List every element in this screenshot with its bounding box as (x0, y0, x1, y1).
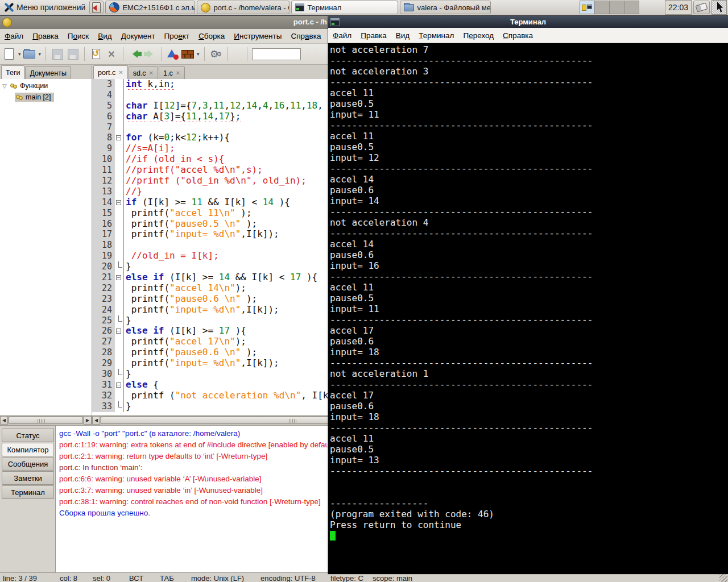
fold-margin[interactable] (115, 132, 124, 143)
status-scope: scope: main (373, 574, 412, 582)
fold-margin[interactable] (115, 326, 124, 336)
menu-item[interactable]: Терминал (414, 31, 458, 40)
task-button-geany[interactable]: port.c - /home/valera - G... (197, 1, 289, 14)
run-button[interactable]: ⚙⚙ (209, 47, 223, 61)
tab-label: Сообщения (8, 460, 48, 468)
scroll-right-arrow[interactable]: ▶ (84, 416, 92, 425)
task-button-filemanager[interactable]: valera - Файловый мен... (400, 1, 491, 14)
menu-item[interactable]: Вид (93, 32, 116, 40)
save-all-button[interactable] (66, 47, 80, 61)
terminal-titlebar[interactable]: Терминал (328, 16, 728, 28)
menu-item[interactable]: Правка (356, 31, 391, 40)
expander-icon[interactable]: ▽ (2, 83, 8, 89)
terminal-line: input= 11 (330, 109, 728, 120)
taskbar: Меню приложений ЕМС2+1516Ф1 с эл.маг... … (0, 0, 728, 16)
status-tab-mode[interactable]: ТАБ (160, 574, 174, 582)
status-insert-mode[interactable]: ВСТ (129, 574, 143, 582)
tag-icon (10, 84, 18, 89)
terminal-line: not acceleration 1 (330, 368, 728, 379)
new-file-button[interactable] (2, 47, 16, 61)
applications-menu-button[interactable]: Меню приложений (1, 1, 88, 14)
menu-item[interactable]: Поиск (63, 32, 93, 40)
close-tab-icon[interactable]: ✕ (118, 69, 123, 76)
task-button-terminal[interactable]: Терминал (291, 1, 398, 14)
menu-item[interactable]: Файл (0, 32, 28, 40)
menu-item[interactable]: Переход (458, 31, 498, 40)
workspace-4[interactable] (624, 1, 639, 14)
sidebar-tab-documents[interactable]: Документы (25, 66, 71, 79)
scroll-left-arrow[interactable]: ◀ (0, 416, 8, 425)
build-dropdown[interactable]: ▾ (197, 51, 200, 57)
fold-margin[interactable] (115, 315, 124, 326)
plugin-button[interactable] (693, 1, 710, 14)
fold-margin[interactable] (115, 272, 124, 283)
open-file-dropdown[interactable]: ▾ (39, 51, 42, 57)
logout-button[interactable] (89, 1, 104, 14)
panel-tab-terminal[interactable]: Терминал (2, 485, 54, 499)
fold-margin[interactable] (115, 380, 124, 390)
line-number: 10 (92, 154, 115, 165)
panel-tab-notes[interactable]: Заметки (2, 471, 54, 485)
menu-item[interactable]: Проект (160, 32, 195, 40)
open-file-button[interactable] (23, 47, 36, 61)
workspace-2[interactable] (595, 1, 610, 14)
fold-margin[interactable] (115, 401, 124, 412)
menu-item[interactable]: Правка (28, 32, 63, 40)
toolbar-search-input[interactable] (252, 48, 301, 60)
workspace-1[interactable] (580, 1, 595, 14)
fold-end-icon (118, 261, 122, 268)
menu-item[interactable]: Справка (286, 32, 325, 40)
navigate-forward-button[interactable] (143, 47, 157, 61)
editor-tab-1c[interactable]: 1.c ✕ (159, 66, 185, 79)
line-number: 15 (92, 208, 115, 219)
fold-margin[interactable] (115, 369, 124, 380)
compile-button[interactable] (167, 48, 179, 60)
terminal-line: pause0.6 (330, 401, 728, 411)
eraser-icon (696, 2, 708, 12)
color-chooser-button[interactable] (233, 49, 242, 59)
close-tab-icon[interactable]: ✕ (176, 70, 180, 76)
menu-item[interactable]: Файл (328, 31, 356, 40)
menu-item[interactable]: Инструменты (229, 32, 286, 40)
workspace-pager[interactable] (580, 1, 639, 14)
fold-margin (115, 240, 124, 251)
resize-grip[interactable] (719, 574, 727, 582)
menu-item[interactable]: Вид (391, 31, 414, 40)
menu-item[interactable]: Документ (117, 32, 160, 40)
workspace-3[interactable] (610, 1, 624, 14)
navigate-back-button[interactable] (128, 47, 142, 61)
editor-tab-sdc[interactable]: sd.c ✕ (129, 66, 158, 79)
line-number: 30 (92, 369, 115, 380)
terminal-line: input= 13 (330, 455, 728, 465)
revert-button[interactable]: ↺ (89, 47, 103, 61)
menu-item[interactable]: Справка (498, 31, 537, 40)
line-number: 16 (92, 219, 115, 230)
tree-item-main[interactable]: main [2] (0, 92, 92, 103)
symbols-tree[interactable]: ▽ Функции main [2] (0, 79, 92, 415)
terminal-line: input= 18 (330, 347, 728, 357)
fold-end-icon (118, 369, 122, 375)
task-button-browser[interactable]: ЕМС2+1516Ф1 с эл.маг... (105, 1, 195, 14)
sidebar-tab-tags[interactable]: Теги (1, 65, 24, 79)
save-button[interactable] (51, 47, 64, 61)
panel-tab-status[interactable]: Статус (2, 429, 54, 442)
terminal-line: pause0.5 (330, 98, 728, 109)
scroll-left-arrow[interactable]: ◀ (92, 416, 100, 425)
terminal-line: not acceleration 4 (330, 217, 728, 228)
menu-item[interactable]: Сборка (194, 32, 229, 40)
panel-tab-compiler[interactable]: Компилятор (2, 443, 54, 456)
sidebar-hscrollbar[interactable]: ◀ ▶ (0, 415, 92, 425)
build-button[interactable] (181, 47, 195, 61)
fold-margin[interactable] (115, 197, 124, 208)
panel-tab-messages[interactable]: Сообщения (2, 457, 54, 471)
close-tab-icon[interactable]: ✕ (149, 70, 154, 76)
fold-margin[interactable] (115, 261, 124, 272)
new-file-dropdown[interactable]: ▾ (18, 51, 21, 57)
terminal-output[interactable]: not acceleration 7----------------------… (328, 43, 728, 574)
close-document-button[interactable]: ✕ (105, 47, 118, 61)
editor-tab-portc[interactable]: port.c ✕ (93, 65, 128, 79)
tree-item-functions[interactable]: ▽ Функции (0, 80, 92, 92)
fold-margin (115, 154, 124, 165)
fold-margin (115, 390, 124, 401)
fold-margin (115, 101, 124, 111)
